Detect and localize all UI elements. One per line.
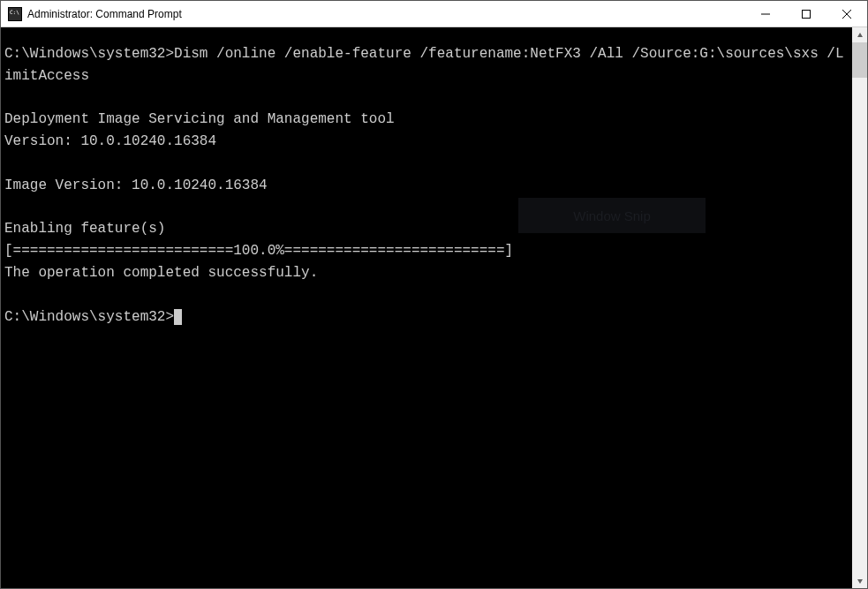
- minimize-button[interactable]: [745, 1, 786, 26]
- terminal-line: Deployment Image Servicing and Managemen…: [4, 111, 395, 127]
- titlebar[interactable]: C:\ Administrator: Command Prompt: [1, 1, 867, 27]
- vertical-scrollbar[interactable]: [852, 27, 867, 588]
- terminal-line: Image Version: 10.0.10240.16384: [4, 177, 268, 193]
- close-button[interactable]: [826, 1, 867, 26]
- svg-text:C:\: C:\: [10, 9, 19, 15]
- terminal-line: The operation completed successfully.: [4, 265, 318, 281]
- command-prompt-window: C:\ Administrator: Command Prompt C:\Win…: [0, 0, 868, 589]
- window-title: Administrator: Command Prompt: [27, 8, 745, 20]
- scroll-track[interactable]: [852, 42, 867, 573]
- terminal-line: Version: 10.0.10240.16384: [4, 133, 216, 149]
- scroll-up-button[interactable]: [852, 27, 867, 42]
- scroll-thumb[interactable]: [852, 42, 867, 78]
- terminal-prompt: C:\Windows\system32>: [4, 309, 174, 325]
- cursor-icon: [174, 309, 182, 325]
- terminal-area: C:\Windows\system32>Dism /online /enable…: [1, 27, 867, 588]
- svg-marker-8: [857, 579, 863, 584]
- maximize-button[interactable]: [786, 1, 826, 26]
- terminal-output[interactable]: C:\Windows\system32>Dism /online /enable…: [1, 27, 852, 588]
- svg-rect-4: [803, 10, 811, 18]
- svg-marker-7: [857, 33, 863, 37]
- terminal-line: C:\Windows\system32>Dism /online /enable…: [4, 46, 844, 84]
- scroll-down-button[interactable]: [852, 573, 867, 588]
- terminal-line: [==========================100.0%=======…: [4, 243, 513, 259]
- window-controls: [745, 1, 867, 26]
- cmd-icon: C:\: [8, 7, 22, 21]
- terminal-line: Enabling feature(s): [4, 221, 165, 237]
